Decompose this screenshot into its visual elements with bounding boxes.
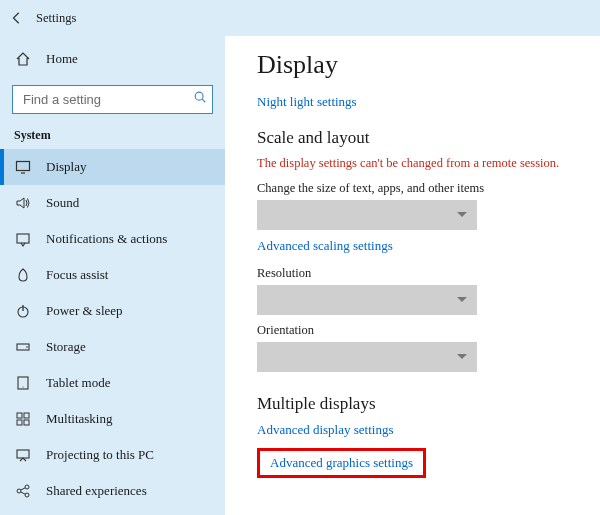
remote-session-warning: The display settings can't be changed fr… — [257, 156, 576, 171]
search-icon — [193, 90, 207, 108]
sidebar-item-label: Focus assist — [46, 267, 108, 283]
svg-rect-2 — [17, 162, 30, 171]
window-title: Settings — [36, 11, 76, 26]
svg-point-18 — [25, 493, 29, 497]
share-icon — [14, 483, 32, 499]
search-box[interactable] — [12, 85, 213, 114]
advanced-scaling-link[interactable]: Advanced scaling settings — [257, 238, 576, 254]
home-label: Home — [46, 51, 78, 67]
resolution-dropdown[interactable] — [257, 285, 477, 315]
svg-point-0 — [195, 93, 203, 101]
sidebar-item-storage[interactable]: Storage — [0, 329, 225, 365]
svg-point-16 — [17, 489, 21, 493]
sidebar-item-shared-experiences[interactable]: Shared experiences — [0, 473, 225, 509]
multiple-displays-heading: Multiple displays — [257, 394, 576, 414]
focus-icon — [14, 267, 32, 283]
sidebar-item-multitasking[interactable]: Multitasking — [0, 401, 225, 437]
project-icon — [14, 447, 32, 463]
sidebar-item-label: Shared experiences — [46, 483, 147, 499]
night-light-link[interactable]: Night light settings — [257, 94, 576, 110]
sidebar: Home System Display — [0, 36, 225, 515]
search-input[interactable] — [21, 91, 193, 108]
highlight-advanced-graphics: Advanced graphics settings — [257, 448, 426, 478]
sidebar-item-label: Projecting to this PC — [46, 447, 154, 463]
sidebar-item-label: Power & sleep — [46, 303, 123, 319]
svg-rect-12 — [24, 413, 29, 418]
sidebar-item-display[interactable]: Display — [0, 149, 225, 185]
svg-point-17 — [25, 485, 29, 489]
back-icon[interactable] — [10, 11, 24, 25]
sidebar-item-notifications[interactable]: Notifications & actions — [0, 221, 225, 257]
storage-icon — [14, 339, 32, 355]
multitask-icon — [14, 411, 32, 427]
svg-line-1 — [202, 100, 205, 103]
resolution-label: Resolution — [257, 266, 576, 281]
power-icon — [14, 303, 32, 319]
scale-layout-heading: Scale and layout — [257, 128, 576, 148]
tablet-icon — [14, 375, 32, 391]
scale-label: Change the size of text, apps, and other… — [257, 181, 576, 196]
sidebar-item-tablet-mode[interactable]: Tablet mode — [0, 365, 225, 401]
sidebar-item-focus-assist[interactable]: Focus assist — [0, 257, 225, 293]
home-icon — [14, 51, 32, 67]
svg-rect-13 — [17, 420, 22, 425]
scale-dropdown[interactable] — [257, 200, 477, 230]
content-area: Display Night light settings Scale and l… — [225, 36, 600, 515]
sidebar-item-label: Storage — [46, 339, 86, 355]
svg-line-20 — [21, 492, 26, 494]
notifications-icon — [14, 231, 32, 247]
monitor-icon — [14, 159, 32, 175]
svg-point-8 — [26, 346, 28, 348]
advanced-display-link[interactable]: Advanced display settings — [257, 422, 576, 438]
sidebar-item-label: Display — [46, 159, 86, 175]
page-title: Display — [257, 50, 576, 80]
svg-rect-14 — [24, 420, 29, 425]
window-body: Home System Display — [0, 36, 600, 515]
sidebar-list: Display Sound Notifications & actions — [0, 149, 225, 509]
sidebar-section-heading: System — [0, 124, 225, 149]
advanced-graphics-link[interactable]: Advanced graphics settings — [270, 455, 413, 470]
sidebar-item-projecting[interactable]: Projecting to this PC — [0, 437, 225, 473]
orientation-label: Orientation — [257, 323, 576, 338]
svg-line-19 — [21, 488, 26, 490]
sidebar-item-label: Notifications & actions — [46, 231, 167, 247]
sound-icon — [14, 195, 32, 211]
sidebar-home[interactable]: Home — [0, 42, 225, 77]
svg-point-10 — [22, 386, 23, 387]
orientation-dropdown[interactable] — [257, 342, 477, 372]
titlebar: Settings — [0, 0, 600, 36]
settings-window: Settings Home System — [0, 0, 600, 515]
svg-rect-11 — [17, 413, 22, 418]
sidebar-item-label: Tablet mode — [46, 375, 110, 391]
sidebar-item-label: Multitasking — [46, 411, 112, 427]
svg-rect-4 — [17, 234, 29, 243]
sidebar-item-label: Sound — [46, 195, 79, 211]
sidebar-item-sound[interactable]: Sound — [0, 185, 225, 221]
sidebar-item-power-sleep[interactable]: Power & sleep — [0, 293, 225, 329]
svg-rect-15 — [17, 450, 29, 458]
